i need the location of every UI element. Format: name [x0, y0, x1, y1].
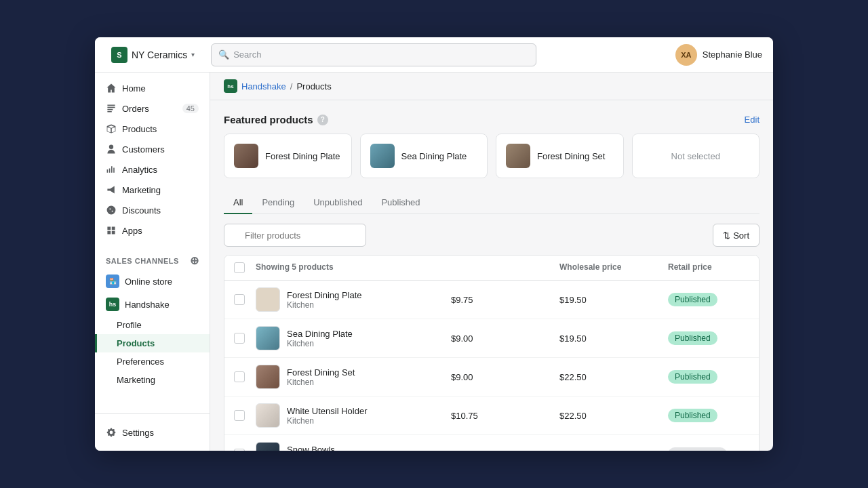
featured-card-not-selected: Not selected: [671, 151, 720, 161]
row-5-product-cell: Snow Bowls Kitchen: [256, 442, 451, 451]
settings-label: Settings: [122, 428, 154, 438]
sidebar-item-orders[interactable]: Orders 45: [95, 98, 210, 119]
featured-thumb-sea-plate: [370, 144, 395, 168]
sidebar-item-label-analytics: Analytics: [122, 165, 157, 175]
sidebar-item-products[interactable]: Products: [95, 119, 210, 139]
row-5-product-image: [256, 442, 280, 451]
sort-button[interactable]: ⇅ Sort: [713, 224, 760, 247]
row-5-product-info: Snow Bowls Kitchen: [287, 445, 335, 451]
row-3-retail-price: $22.50: [559, 372, 668, 382]
help-icon[interactable]: ?: [317, 115, 328, 125]
sidebar-item-label-marketing: Marketing: [122, 185, 161, 195]
sidebar-item-handshake[interactable]: hs Handshake: [95, 293, 210, 316]
table-header: Showing 5 products Wholesale price Retai…: [224, 256, 759, 281]
sidebar-item-marketing[interactable]: Marketing: [95, 180, 210, 200]
table-row: Sea Dining Plate Kitchen $9.00 $19.50 Pu…: [224, 319, 759, 358]
featured-card-forest-plate[interactable]: Forest Dining Plate: [224, 134, 352, 178]
row-5-checkbox[interactable]: [234, 449, 245, 451]
row-3-product-cell: Forest Dining Set Kitchen: [256, 365, 451, 389]
featured-card-sea-plate[interactable]: Sea Dining Plate: [360, 134, 488, 178]
row-2-product-name: Sea Dining Plate: [287, 329, 353, 339]
sidebar-item-label-discounts: Discounts: [122, 205, 161, 216]
store-name: NY Ceramics: [132, 49, 187, 60]
handshake-icon: hs: [106, 298, 119, 311]
user-area[interactable]: XA Stephanie Blue: [675, 44, 762, 66]
breadcrumb: hs Handshake / Products: [210, 73, 773, 100]
product-tabs: All Pending Unpublished Published: [224, 192, 760, 214]
featured-card-forest-set[interactable]: Forest Dining Set: [496, 134, 624, 178]
row-2-status-badge: Published: [668, 331, 717, 345]
search-icon: 🔍: [218, 49, 229, 60]
store-icon: S: [111, 47, 127, 63]
row-2-checkbox[interactable]: [234, 333, 245, 344]
row-5-product-name: Snow Bowls: [287, 445, 335, 451]
row-5-status-cell: Unpublished: [668, 447, 749, 451]
header-status-col: Retail price: [668, 262, 749, 273]
row-1-checkbox-cell: [234, 294, 256, 305]
sidebar-item-online-store[interactable]: 🏪 Online store: [95, 270, 210, 293]
tab-pending[interactable]: Pending: [252, 192, 304, 214]
sidebar-sub-item-products[interactable]: Products: [95, 334, 210, 352]
row-4-checkbox-cell: [234, 410, 256, 421]
sub-label-profile: Profile: [117, 320, 142, 330]
sales-channels-label: SALES CHANNELS: [106, 257, 179, 265]
filter-products-input[interactable]: [224, 224, 366, 247]
table-row: Forest Dining Set Kitchen $9.00 $22.50 P…: [224, 358, 759, 396]
row-2-wholesale-price: $9.00: [451, 333, 559, 344]
sidebar-item-label-customers: Customers: [122, 144, 165, 155]
row-3-checkbox[interactable]: [234, 371, 245, 382]
sidebar-sub-item-marketing[interactable]: Marketing: [95, 371, 210, 389]
row-1-product-category: Kitchen: [287, 300, 362, 310]
tab-all[interactable]: All: [224, 192, 252, 214]
row-2-checkbox-cell: [234, 333, 256, 344]
row-1-retail-price: $19.50: [559, 295, 668, 305]
add-channel-button[interactable]: ⊕: [190, 254, 199, 267]
search-bar[interactable]: 🔍 Search: [211, 43, 536, 66]
row-4-product-cell: White Utensil Holder Kitchen: [256, 403, 451, 428]
app-window: S NY Ceramics ▾ 🔍 Search XA Stephanie Bl…: [95, 37, 773, 451]
breadcrumb-handshake-link[interactable]: Handshake: [241, 81, 286, 92]
row-1-status-badge: Published: [668, 293, 717, 306]
row-5-retail-price: $22.50: [559, 449, 668, 451]
row-2-retail-price: $19.50: [559, 333, 668, 344]
page-content: Featured products ? Edit Forest Dining P…: [210, 100, 773, 451]
sidebar-item-apps[interactable]: Apps: [95, 220, 210, 241]
sidebar-item-discounts[interactable]: Discounts: [95, 200, 210, 220]
sub-label-marketing: Marketing: [117, 375, 155, 385]
sidebar-sub-item-preferences[interactable]: Preferences: [95, 352, 210, 371]
tab-published[interactable]: Published: [372, 192, 429, 214]
sidebar-item-customers[interactable]: Customers: [95, 139, 210, 159]
store-selector[interactable]: S NY Ceramics ▾: [106, 44, 200, 66]
channel-label-online-store: Online store: [125, 277, 172, 287]
products-icon: [106, 123, 117, 134]
sidebar-sub-item-profile[interactable]: Profile: [95, 316, 210, 334]
row-4-product-category: Kitchen: [287, 416, 368, 426]
breadcrumb-current: Products: [296, 81, 331, 92]
marketing-icon: [106, 184, 117, 195]
edit-featured-link[interactable]: Edit: [745, 115, 760, 125]
row-2-product-category: Kitchen: [287, 339, 353, 348]
header-product-col: Showing 5 products: [256, 262, 451, 273]
row-4-wholesale-price: $10.75: [451, 411, 559, 421]
featured-card-name-sea-plate: Sea Dining Plate: [401, 151, 467, 161]
nav-section-main: Home Orders 45 Products Customers: [95, 73, 210, 246]
row-1-checkbox[interactable]: [234, 294, 245, 305]
sales-channels-header: SALES CHANNELS ⊕: [95, 246, 210, 270]
featured-card-empty[interactable]: Not selected: [632, 134, 760, 178]
sidebar-item-analytics[interactable]: Analytics: [95, 159, 210, 180]
orders-badge: 45: [182, 104, 199, 113]
sidebar-item-settings[interactable]: Settings: [95, 422, 210, 443]
featured-card-name-forest-plate: Forest Dining Plate: [265, 151, 340, 161]
row-1-wholesale-price: $9.75: [451, 295, 559, 305]
row-1-product-info: Forest Dining Plate Kitchen: [287, 290, 362, 310]
row-2-product-info: Sea Dining Plate Kitchen: [287, 329, 353, 348]
row-4-checkbox[interactable]: [234, 410, 245, 421]
sidebar-item-home[interactable]: Home: [95, 78, 210, 98]
header-checkbox-col: [234, 262, 256, 273]
tab-unpublished[interactable]: Unpublished: [304, 192, 372, 214]
row-4-status-badge: Published: [668, 409, 717, 422]
row-4-product-image: [256, 403, 280, 428]
sidebar-item-label-products: Products: [122, 124, 157, 134]
select-all-checkbox[interactable]: [234, 262, 245, 273]
analytics-icon: [106, 164, 117, 175]
